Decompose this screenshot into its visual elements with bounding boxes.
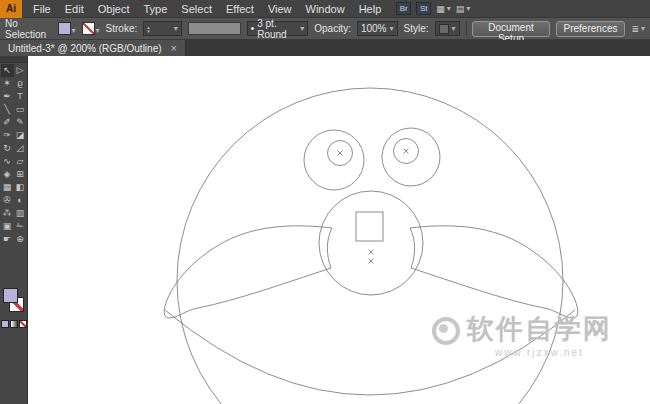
eraser-tool[interactable]: ◪ (14, 129, 27, 142)
brush-definition-dropdown[interactable]: • 3 pt. Round ▾ (247, 21, 309, 36)
width-profile-dropdown[interactable] (188, 22, 241, 35)
chevron-down-icon: ▾ (641, 24, 645, 33)
watermark-title: 软件自学网 (467, 311, 612, 347)
watermark-logo-icon (432, 317, 460, 345)
muzzle-circle[interactable] (319, 191, 423, 295)
tool-grid: ↖▷✶ϱ✒T╲▭✐✎✑◪↻◿∿▱◈⊞▦◧✇◐⁂▥▣✁☛⊕ (0, 63, 27, 246)
chevron-down-icon: ▾ (447, 4, 451, 13)
watermark-url: www.rjzxw.net (467, 347, 612, 358)
close-icon[interactable]: × (171, 43, 177, 53)
rectangle-tool[interactable]: ▭ (14, 103, 27, 116)
left-whisker-shape[interactable] (164, 226, 332, 318)
menu-bar: Ai FileEditObjectTypeSelectEffectViewWin… (0, 0, 650, 18)
stroke-swatch[interactable] (82, 22, 95, 35)
watermark: 软件自学网 www.rjzxw.net (432, 311, 612, 358)
shape-builder-tool[interactable]: ◈ (1, 168, 14, 181)
panel-header-strip[interactable] (0, 56, 27, 63)
menu-item[interactable]: Edit (58, 0, 91, 18)
chevron-down-icon: ▾ (300, 24, 304, 33)
opacity-label: Opacity: (314, 23, 351, 34)
hand-tool[interactable]: ☛ (1, 233, 14, 246)
eyedropper-tool[interactable]: ✇ (1, 194, 14, 207)
pencil-tool[interactable]: ✎ (14, 116, 27, 129)
blob-brush-tool[interactable]: ✑ (1, 129, 14, 142)
free-transform-tool[interactable]: ▱ (14, 155, 27, 168)
bridge-icon[interactable]: Br (396, 2, 411, 15)
menu-item[interactable]: Object (91, 0, 137, 18)
control-bar: No Selection ▾ ▾ Stroke: ▴▾ ▾ • 3 pt. Ro… (0, 18, 650, 40)
fill-color-control[interactable]: ▾ (58, 22, 76, 35)
stroke-weight-combo[interactable]: ▴▾ ▾ (143, 21, 182, 36)
blend-tool[interactable]: ◐ (14, 194, 27, 207)
canvas[interactable]: 软件自学网 www.rjzxw.net (28, 56, 650, 404)
left-eye-outer-circle[interactable] (304, 130, 364, 190)
menu-item[interactable]: Effect (219, 0, 261, 18)
menubar-icons: Br St ▦ ▾ ▤ ▾ (396, 2, 470, 15)
none-mode-button[interactable] (19, 320, 27, 328)
line-tool[interactable]: ╲ (1, 103, 14, 116)
menu-item[interactable]: Type (137, 0, 175, 18)
app-logo[interactable]: Ai (0, 0, 22, 18)
right-whisker-shape[interactable] (410, 226, 578, 318)
width-tool[interactable]: ∿ (1, 155, 14, 168)
panel-menu-icon: ≣ (631, 24, 639, 34)
selection-status: No Selection (5, 18, 52, 40)
stepper-icon[interactable]: ▴▾ (147, 25, 150, 33)
zoom-tool[interactable]: ⊕ (14, 233, 27, 246)
illustrator-window: Ai FileEditObjectTypeSelectEffectViewWin… (0, 0, 650, 404)
gradient-tool[interactable]: ◧ (14, 181, 27, 194)
slice-tool[interactable]: ✁ (14, 220, 27, 233)
column-graph-tool[interactable]: ▥ (14, 207, 27, 220)
color-mode-button[interactable] (1, 320, 9, 328)
artboard-tool[interactable]: ▣ (1, 220, 14, 233)
chevron-down-icon: ▾ (466, 4, 470, 13)
selection-tool[interactable]: ↖ (1, 64, 14, 77)
stroke-color-control[interactable]: ▾ (82, 22, 100, 35)
document-tab-bar: Untitled-3* @ 200% (RGB/Outline) × (0, 40, 650, 56)
muzzle-anchor-crosses (369, 250, 374, 264)
direct-selection-tool[interactable]: ▷ (14, 64, 27, 77)
menu-item[interactable]: File (26, 0, 58, 18)
mesh-tool[interactable]: ▦ (1, 181, 14, 194)
preferences-button[interactable]: Preferences (556, 21, 626, 37)
chevron-down-icon: ▾ (96, 26, 100, 35)
document-tab-title: Untitled-3* @ 200% (RGB/Outline) (8, 43, 162, 54)
chevron-down-icon: ▾ (72, 26, 76, 35)
type-tool[interactable]: T (14, 90, 27, 103)
control-panel-menu-button[interactable]: ≣ ▾ (631, 24, 645, 34)
brush-preview-icon: • (251, 23, 255, 34)
opacity-value: 100% (361, 23, 387, 34)
gradient-mode-button[interactable] (10, 320, 18, 328)
chevron-down-icon: ▾ (390, 24, 394, 33)
paint-mode-buttons (0, 320, 27, 328)
menu-list: FileEditObjectTypeSelectEffectViewWindow… (26, 0, 388, 18)
pen-tool[interactable]: ✒ (1, 90, 14, 103)
lasso-tool[interactable]: ϱ (14, 77, 27, 90)
menu-item[interactable]: View (261, 0, 299, 18)
workspace-icon: ▤ (456, 4, 465, 14)
style-dropdown[interactable]: ▾ (435, 21, 460, 36)
nose-square[interactable] (356, 212, 383, 241)
menu-item[interactable]: Help (352, 0, 389, 18)
arrange-documents-icon: ▦ (436, 4, 445, 14)
menu-item[interactable]: Select (174, 0, 219, 18)
document-setup-button[interactable]: Document Setup (472, 21, 549, 37)
magic-wand-tool[interactable]: ✶ (1, 77, 14, 90)
menu-item[interactable]: Window (299, 0, 352, 18)
brush-definition-value: 3 pt. Round (257, 18, 297, 40)
rotate-tool[interactable]: ↻ (1, 142, 14, 155)
left-eye-anchor-cross (338, 151, 343, 156)
workspace-switcher-button[interactable]: ▤ ▾ (456, 4, 471, 14)
chevron-down-icon: ▾ (174, 24, 178, 33)
stock-icon[interactable]: St (416, 2, 431, 15)
fill-swatch[interactable] (58, 22, 71, 35)
right-eye-outer-circle[interactable] (382, 128, 440, 186)
opacity-dropdown[interactable]: 100% ▾ (357, 21, 398, 36)
document-tab[interactable]: Untitled-3* @ 200% (RGB/Outline) × (0, 40, 186, 56)
scale-tool[interactable]: ◿ (14, 142, 27, 155)
fill-color-swatch[interactable] (3, 288, 18, 303)
paintbrush-tool[interactable]: ✐ (1, 116, 14, 129)
perspective-grid-tool[interactable]: ⊞ (14, 168, 27, 181)
arrange-documents-button[interactable]: ▦ ▾ (436, 4, 451, 14)
symbol-sprayer-tool[interactable]: ⁂ (1, 207, 14, 220)
